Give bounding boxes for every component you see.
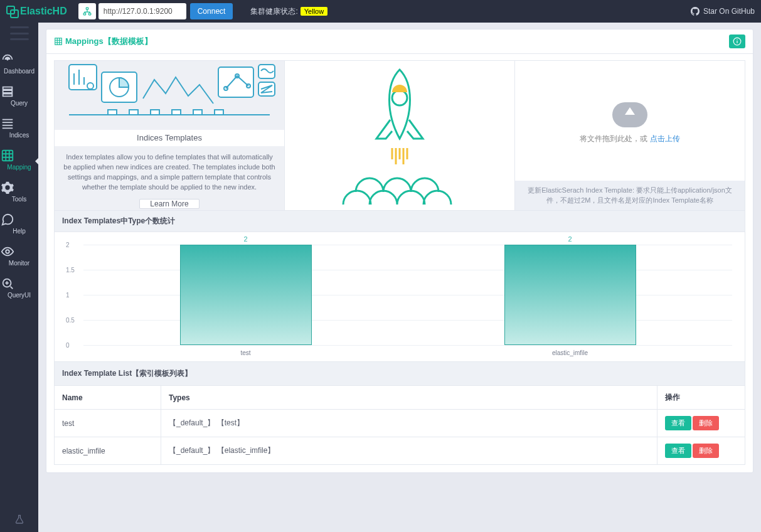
sidebar-item-mapping[interactable]: Mapping xyxy=(0,145,38,177)
query-icon xyxy=(0,85,38,98)
brand-logo: ElasticHD xyxy=(6,6,67,17)
sidebar-item-label: Indices xyxy=(9,132,29,139)
es-url-input[interactable] xyxy=(98,3,186,19)
table-row: test【_default_】 【test】查看删除 xyxy=(55,410,745,437)
sitemap-button[interactable] xyxy=(78,3,96,19)
flask-icon xyxy=(14,513,24,532)
svg-rect-6 xyxy=(3,125,13,126)
bar-x-label: test xyxy=(240,349,250,356)
y-gridline: 0 xyxy=(83,345,732,346)
github-link[interactable]: Star On GitHub xyxy=(691,7,755,16)
brand-icon xyxy=(6,6,18,17)
sidebar-item-query[interactable]: Query xyxy=(0,81,38,113)
svg-rect-27 xyxy=(151,110,159,115)
chart-section-title: Index Templates中Type个数统计 xyxy=(54,211,745,232)
sidebar-item-tools[interactable]: Tools xyxy=(0,177,38,209)
cell-types: 【_default_】 【test】 xyxy=(161,410,657,437)
sidebar-item-label: Tools xyxy=(12,196,26,203)
upload-hint: 更新ElasticSerach Index Template: 要求只能上传ap… xyxy=(515,181,745,210)
templates-illustration xyxy=(55,61,284,130)
sidebar-item-label: Help xyxy=(13,228,26,235)
svg-rect-8 xyxy=(3,151,13,161)
svg-rect-26 xyxy=(129,110,138,115)
svg-rect-28 xyxy=(172,110,181,115)
health-badge: Yellow xyxy=(301,7,327,16)
col-types: Types xyxy=(161,386,657,410)
sidebar: Dashboard Query Indices Mapping Tools xyxy=(0,23,38,532)
monitor-icon xyxy=(0,245,38,258)
grid-icon xyxy=(54,37,63,46)
svg-rect-1 xyxy=(83,13,86,15)
svg-rect-19 xyxy=(218,67,253,97)
svg-rect-25 xyxy=(108,110,117,115)
pane-rocket xyxy=(285,60,515,211)
delete-button[interactable]: 删除 xyxy=(693,444,719,458)
svg-rect-14 xyxy=(737,40,737,40)
bar-column: 2elastic_imfile xyxy=(408,245,732,345)
upload-cloud-icon xyxy=(612,102,647,127)
github-link-label: Star On GitHub xyxy=(703,7,755,16)
svg-rect-29 xyxy=(193,110,202,115)
rocket-illustration xyxy=(324,63,475,208)
sidebar-item-help[interactable]: Help xyxy=(0,209,38,241)
col-name: Name xyxy=(55,386,161,410)
chart-bar: 2 xyxy=(180,245,312,345)
svg-rect-2 xyxy=(88,13,91,15)
cell-types: 【_default_】 【elastic_imfile】 xyxy=(161,437,657,465)
svg-point-9 xyxy=(6,250,9,253)
cell-name: test xyxy=(55,410,161,437)
svg-rect-13 xyxy=(737,41,737,43)
tools-icon xyxy=(0,181,38,194)
queryui-icon xyxy=(0,277,38,290)
learn-more-button[interactable]: Learn More xyxy=(139,199,200,209)
table-row: elastic_imfile【_default_】 【elastic_imfil… xyxy=(55,437,745,465)
templates-desc: Index templates allow you to define temp… xyxy=(55,146,284,199)
svg-rect-4 xyxy=(3,119,13,120)
svg-rect-0 xyxy=(86,8,88,9)
svg-rect-11 xyxy=(55,38,62,45)
template-table: Name Types 操作 test【_default_】 【test】查看删除… xyxy=(54,386,745,465)
delete-button[interactable]: 删除 xyxy=(693,416,719,430)
sidebar-item-dashboard[interactable]: Dashboard xyxy=(0,49,38,81)
upload-drop-text: 将文件拖到此处，或 xyxy=(580,134,649,143)
sidebar-item-queryui[interactable]: QueryUI xyxy=(0,273,38,305)
page-title: Mappings【数据模板】 xyxy=(65,36,152,47)
svg-point-16 xyxy=(87,83,93,89)
bar-value-label: 2 xyxy=(568,235,572,243)
chart-panel: 00.511.522test2elastic_imfile xyxy=(54,232,745,362)
list-section-title: Index Template List【索引模板列表】 xyxy=(54,362,745,386)
sidebar-item-indices[interactable]: Indices xyxy=(0,113,38,145)
sidebar-item-label: Dashboard xyxy=(4,68,35,75)
sidebar-item-label: Monitor xyxy=(9,260,29,267)
dashboard-icon xyxy=(0,53,38,66)
health-label: 集群健康状态: xyxy=(250,6,297,17)
cell-name: elastic_imfile xyxy=(55,437,161,465)
sidebar-item-label: Mapping xyxy=(7,164,31,171)
view-button[interactable]: 查看 xyxy=(665,444,691,458)
bar-column: 2test xyxy=(83,245,408,345)
svg-rect-5 xyxy=(3,122,13,123)
sidebar-item-label: Query xyxy=(11,100,28,107)
templates-caption: Indices Templates xyxy=(55,130,284,146)
svg-rect-7 xyxy=(3,127,13,129)
indices-icon xyxy=(0,117,38,130)
bar-x-label: elastic_imfile xyxy=(552,349,588,356)
svg-rect-30 xyxy=(215,110,223,115)
svg-point-3 xyxy=(7,59,9,61)
brand-text: ElasticHD xyxy=(20,6,67,17)
bar-value-label: 2 xyxy=(243,235,247,243)
sidebar-item-monitor[interactable]: Monitor xyxy=(0,241,38,273)
cell-ops: 查看删除 xyxy=(657,410,745,437)
connect-button[interactable]: Connect xyxy=(190,3,233,19)
info-button[interactable] xyxy=(729,35,745,48)
view-button[interactable]: 查看 xyxy=(665,416,691,430)
pane-indices-templates: Indices Templates Index templates allow … xyxy=(54,60,285,211)
sidebar-item-label: QueryUI xyxy=(8,292,31,299)
upload-click-link[interactable]: 点击上传 xyxy=(650,134,680,143)
pane-upload: 将文件拖到此处，或 点击上传 更新ElasticSerach Index Tem… xyxy=(515,60,745,211)
menu-toggle[interactable] xyxy=(10,26,29,40)
cell-ops: 查看删除 xyxy=(657,437,745,465)
mapping-icon xyxy=(0,149,38,162)
help-icon xyxy=(0,213,38,226)
chart-bar: 2 xyxy=(504,245,636,345)
